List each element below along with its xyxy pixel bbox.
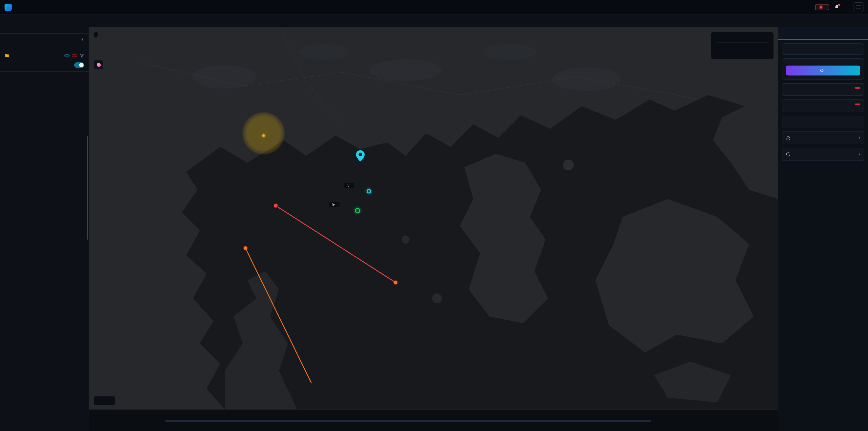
ship-icon (786, 135, 791, 140)
content: ▼ (0, 27, 868, 431)
incident-location-pin[interactable] (356, 150, 365, 162)
summary-panel: ▾ ▾ (778, 27, 868, 431)
sidebar-scrollbar[interactable] (87, 135, 88, 240)
map-legend (711, 32, 774, 60)
timeline-track-wrap (165, 412, 651, 429)
master-layer-toggle[interactable] (74, 62, 84, 68)
all-layers-off-button[interactable] (72, 54, 77, 57)
map-area[interactable] (89, 27, 778, 431)
protected-zone-circle (242, 112, 285, 155)
danger-badge (855, 87, 860, 89)
timeline-bar (89, 409, 778, 431)
nav-right (815, 2, 864, 12)
map-coordinates (94, 396, 116, 405)
chevron-down-icon: ▾ (859, 152, 860, 156)
forecast-summary-card (782, 99, 864, 112)
incident-point-icon (716, 46, 719, 50)
folder-icon (4, 53, 9, 58)
oil-fence-line-emergency[interactable] (276, 206, 396, 282)
layers-header (0, 49, 89, 61)
tab-bar (0, 14, 868, 27)
impact-section-header[interactable]: ▼ (0, 34, 89, 44)
fence-endpoint[interactable] (243, 246, 248, 250)
oil-fence-layer (89, 27, 778, 409)
farm-annotation[interactable] (329, 202, 340, 207)
panel-body: ▾ ▾ (778, 40, 868, 425)
display-control-card (782, 43, 864, 55)
fence-endpoint[interactable] (274, 204, 278, 208)
panel-title (778, 27, 868, 40)
pollution-status-card (782, 83, 864, 96)
bell-alert-dot (838, 3, 840, 6)
danger-badge (855, 103, 860, 105)
shield-icon (786, 152, 791, 157)
polygon-analysis-button[interactable] (786, 65, 860, 75)
chevron-down-icon: ▾ (859, 135, 860, 140)
master-layer-row (0, 61, 89, 72)
beach-annotation[interactable] (344, 183, 354, 188)
hamburger-menu-icon[interactable] (854, 2, 864, 12)
legend-mode-note (716, 38, 769, 40)
map-style-icon (96, 63, 101, 67)
farm-marker-dot[interactable] (355, 208, 360, 213)
polygon-icon (819, 68, 824, 73)
notification-bell-icon[interactable] (834, 4, 840, 10)
filter-funnel-icon[interactable] (80, 53, 84, 58)
panel-actions (778, 425, 868, 431)
impact-empty-text (0, 44, 89, 49)
weathering-card (782, 116, 864, 127)
ship-spec-section[interactable]: ▾ (782, 131, 864, 144)
logo-icon (4, 3, 12, 11)
app-root: ▼ (0, 0, 868, 431)
owner-insurance-section[interactable]: ▾ (782, 148, 864, 161)
app-logo (4, 3, 14, 11)
beach-icon (346, 184, 350, 187)
legend-incident (716, 45, 769, 51)
layer-list (0, 72, 89, 78)
protected-zone-center-dot (262, 134, 265, 137)
oil-fence-line-important[interactable] (246, 248, 311, 383)
beach-marker-dot[interactable] (367, 189, 371, 193)
all-layers-on-button[interactable] (64, 54, 70, 57)
pollution-analysis-card (782, 58, 864, 80)
aquafarm-icon (331, 203, 335, 206)
incident-status-badge (815, 4, 829, 10)
timeline-track[interactable] (165, 420, 651, 422)
top-nav (0, 0, 868, 14)
sidebar: ▼ (0, 27, 89, 431)
weather-info-box (94, 32, 98, 38)
status-dot-icon (819, 6, 822, 8)
chevron-down-icon: ▼ (81, 37, 84, 41)
fence-endpoint[interactable] (394, 280, 398, 284)
map-style-toggle-button[interactable] (94, 60, 103, 70)
incident-info (0, 30, 89, 34)
